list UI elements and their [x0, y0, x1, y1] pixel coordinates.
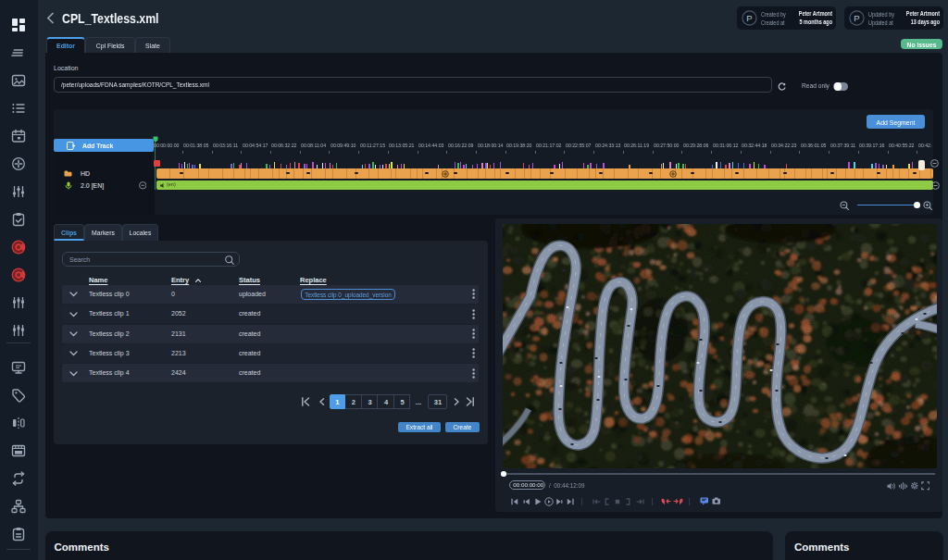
svg-text:P: P [854, 13, 859, 23]
svg-text:P: P [746, 13, 752, 23]
